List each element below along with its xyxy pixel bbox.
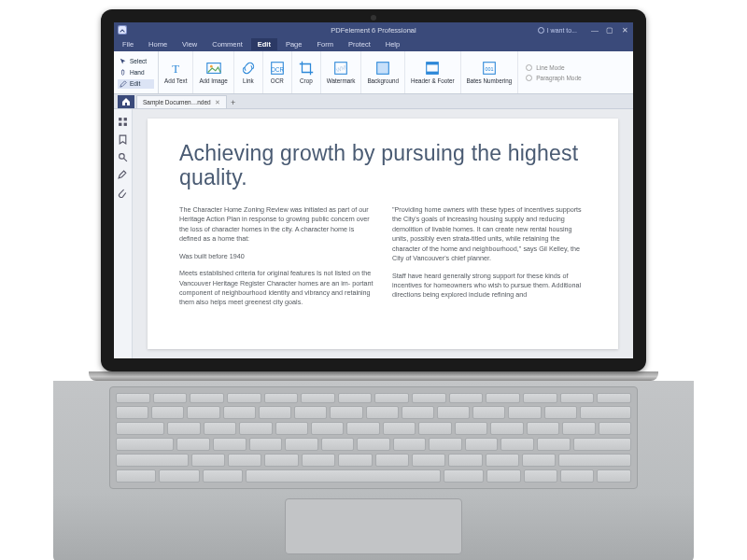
ribbon-ocr[interactable]: OCR OCR bbox=[263, 51, 292, 93]
headerfooter-icon bbox=[424, 60, 441, 77]
maximize-button[interactable]: ▢ bbox=[605, 25, 614, 35]
document-heading[interactable]: Achieving growth by pursuing the highest… bbox=[179, 141, 586, 190]
view-mode-line-label: Line Mode bbox=[536, 64, 564, 71]
svg-point-3 bbox=[210, 65, 213, 68]
ribbon-view-modes: Line Mode Paragraph Mode bbox=[518, 51, 588, 93]
svg-rect-14 bbox=[119, 118, 121, 120]
menu-home[interactable]: Home bbox=[142, 38, 174, 50]
svg-rect-8 bbox=[377, 63, 389, 75]
column-right[interactable]: "Providing home owners with these types … bbox=[392, 205, 586, 315]
ribbon-watermark[interactable]: WM Watermark bbox=[321, 51, 362, 93]
thumbnails-icon[interactable] bbox=[118, 117, 128, 127]
crop-icon bbox=[298, 60, 315, 77]
hand-icon bbox=[120, 69, 127, 77]
paragraph[interactable]: Meets established criteria for original … bbox=[179, 269, 374, 308]
ribbon-header-footer[interactable]: Header & Footer bbox=[405, 51, 461, 93]
menu-file[interactable]: File bbox=[116, 38, 140, 50]
view-mode-paragraph[interactable]: Paragraph Mode bbox=[526, 75, 581, 81]
svg-text:001: 001 bbox=[485, 66, 493, 72]
edit-icon bbox=[120, 80, 127, 88]
view-mode-line[interactable]: Line Mode bbox=[526, 64, 581, 71]
laptop-hinge bbox=[89, 371, 658, 381]
app-window: PDFelement 6 Professional I want to... —… bbox=[114, 22, 633, 358]
minimize-button[interactable]: — bbox=[590, 25, 599, 35]
ocr-icon: OCR bbox=[269, 60, 286, 77]
ribbon-add-text[interactable]: T Add Text bbox=[159, 51, 193, 93]
menu-edit[interactable]: Edit bbox=[251, 38, 277, 50]
cursor-icon bbox=[120, 58, 127, 65]
document-tab[interactable]: Sample Documen…nded ✕ bbox=[136, 95, 227, 108]
image-icon bbox=[205, 60, 222, 77]
paragraph[interactable]: "Providing home owners with these types … bbox=[392, 205, 586, 264]
ribbon-header-footer-label: Header & Footer bbox=[411, 78, 455, 85]
trackpad bbox=[285, 498, 462, 554]
text-icon: T bbox=[167, 60, 184, 77]
app-logo-icon bbox=[118, 25, 127, 35]
menu-view[interactable]: View bbox=[176, 38, 204, 50]
home-icon bbox=[121, 97, 131, 106]
watermark-icon: WM bbox=[332, 60, 349, 77]
ribbon: Select Hand Edit T Add Text bbox=[114, 51, 633, 94]
app-title: PDFelement 6 Professional bbox=[331, 26, 416, 35]
mode-hand[interactable]: Hand bbox=[118, 68, 154, 77]
menu-page[interactable]: Page bbox=[279, 38, 309, 50]
document-page[interactable]: Achieving growth by pursuing the highest… bbox=[148, 119, 618, 349]
ribbon-add-text-label: Add Text bbox=[164, 78, 187, 85]
close-tab-icon[interactable]: ✕ bbox=[215, 99, 220, 106]
mode-select[interactable]: Select bbox=[118, 57, 154, 66]
home-tab[interactable] bbox=[118, 95, 134, 108]
camera-dot bbox=[371, 15, 376, 21]
attachments-icon[interactable] bbox=[118, 188, 128, 198]
link-icon bbox=[240, 60, 257, 77]
background-icon bbox=[374, 60, 391, 77]
ribbon-mode-panel: Select Hand Edit bbox=[114, 51, 159, 93]
svg-rect-10 bbox=[427, 63, 439, 65]
ribbon-watermark-label: Watermark bbox=[327, 78, 356, 85]
mode-hand-label: Hand bbox=[130, 69, 145, 76]
ribbon-add-image-label: Add Image bbox=[199, 78, 227, 85]
paragraph[interactable]: Staff have heard generally strong suppor… bbox=[392, 272, 586, 301]
svg-point-18 bbox=[120, 154, 124, 160]
bates-icon: 001 bbox=[481, 60, 498, 77]
mode-select-label: Select bbox=[130, 58, 147, 64]
menu-protect[interactable]: Protect bbox=[342, 38, 377, 50]
mode-edit-label: Edit bbox=[130, 80, 140, 87]
ribbon-link-label: Link bbox=[243, 78, 254, 85]
menubar: File Home View Comment Edit Page Form Pr… bbox=[114, 37, 633, 51]
svg-text:OCR: OCR bbox=[271, 66, 284, 73]
keyboard bbox=[109, 386, 638, 489]
paragraph[interactable]: Was built before 1940 bbox=[179, 252, 374, 261]
document-tab-title: Sample Documen…nded bbox=[143, 99, 211, 105]
menu-form[interactable]: Form bbox=[310, 38, 340, 50]
close-button[interactable]: ✕ bbox=[620, 25, 629, 35]
search-icon[interactable] bbox=[118, 152, 128, 162]
menu-comment[interactable]: Comment bbox=[205, 38, 249, 50]
bookmark-icon[interactable] bbox=[118, 134, 128, 145]
add-tab-button[interactable]: + bbox=[227, 97, 240, 108]
svg-text:T: T bbox=[172, 63, 179, 76]
document-tabbar: Sample Documen…nded ✕ + bbox=[114, 94, 633, 109]
canvas[interactable]: Achieving growth by pursuing the highest… bbox=[133, 109, 633, 358]
ribbon-crop-label: Crop bbox=[300, 78, 313, 85]
ribbon-link[interactable]: Link bbox=[234, 51, 263, 93]
ribbon-bates-label: Bates Numbering bbox=[467, 78, 513, 85]
ribbon-bates[interactable]: 001 Bates Numbering bbox=[461, 51, 519, 93]
mode-edit[interactable]: Edit bbox=[118, 79, 154, 89]
svg-line-19 bbox=[124, 159, 127, 161]
svg-text:WM: WM bbox=[335, 63, 347, 73]
annotations-icon[interactable] bbox=[118, 170, 128, 180]
paragraph[interactable]: The Character Home Zoning Review was ini… bbox=[179, 205, 374, 245]
screen-bezel: PDFelement 6 Professional I want to... —… bbox=[101, 9, 646, 371]
ribbon-crop[interactable]: Crop bbox=[292, 51, 321, 93]
column-left[interactable]: The Character Home Zoning Review was ini… bbox=[179, 205, 374, 315]
svg-rect-11 bbox=[427, 72, 439, 75]
side-panel bbox=[114, 109, 133, 358]
workspace: Achieving growth by pursuing the highest… bbox=[114, 109, 633, 358]
menu-help[interactable]: Help bbox=[379, 38, 406, 50]
ribbon-background[interactable]: Background bbox=[361, 51, 405, 93]
global-search[interactable]: I want to... bbox=[538, 27, 577, 34]
radio-icon bbox=[526, 64, 532, 71]
ribbon-add-image[interactable]: Add Image bbox=[193, 51, 233, 93]
radio-icon bbox=[526, 75, 532, 81]
laptop-frame: PDFelement 6 Professional I want to... —… bbox=[51, 9, 696, 560]
